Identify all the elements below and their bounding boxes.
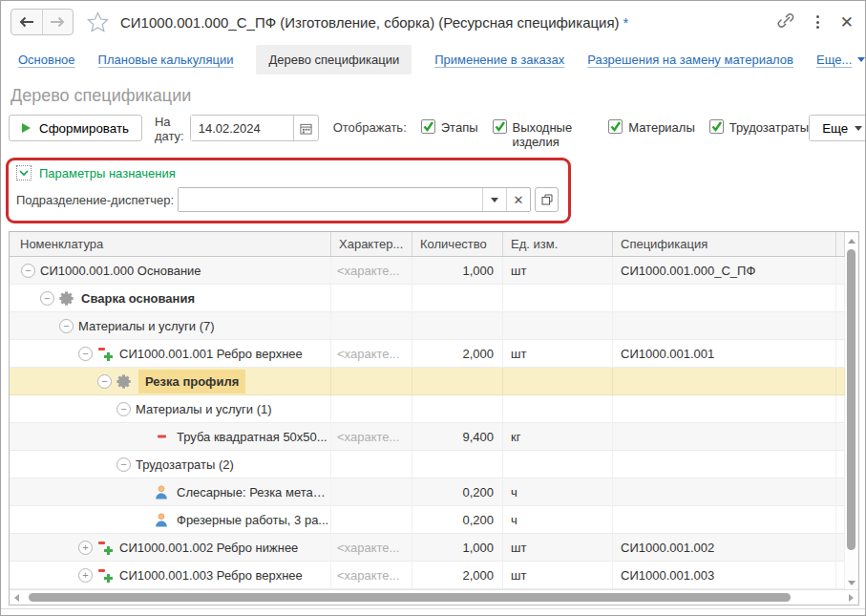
quantity-cell: 0,200	[412, 506, 503, 533]
scroll-up-icon[interactable]	[848, 239, 855, 244]
column-header[interactable]: Количество	[412, 232, 503, 256]
toolbar-more-button[interactable]: Еще	[809, 115, 866, 141]
checkbox-4[interactable]: Трудозатраты	[709, 115, 809, 135]
nomenclature-cell-text: СИ1000.001.000 Основание	[40, 264, 201, 278]
back-button[interactable]	[11, 10, 42, 34]
unit-cell: ч	[503, 478, 613, 505]
toolbar: Сформировать На дату: Отображать: ЭтапыВ…	[9, 115, 857, 149]
play-icon	[22, 123, 31, 133]
tabs-more-button[interactable]: Еще...	[816, 53, 865, 67]
tab-link[interactable]: Основное	[18, 53, 75, 67]
table-row[interactable]: −Материалы и услуги (7)	[10, 312, 858, 340]
dispatcher-clear-button[interactable]: ✕	[506, 188, 530, 211]
expand-icon[interactable]: +	[78, 568, 93, 583]
unit-cell	[503, 395, 613, 422]
checkbox-2[interactable]: Выходные изделия	[493, 115, 573, 149]
checkbox-label: Трудозатраты	[729, 119, 809, 135]
open-in-list-icon	[541, 194, 553, 205]
tab-link[interactable]: Применение в заказах	[434, 53, 564, 67]
table-row[interactable]: +СИ1000.001.003 Ребро верхнее<характе...…	[10, 562, 858, 589]
column-header[interactable]: Характер...	[331, 232, 412, 256]
close-icon[interactable]: ✕	[840, 14, 854, 31]
table-row[interactable]: −Трудозатраты (2)	[10, 451, 858, 478]
available-specifications-toggle[interactable]: Доступные спецификации	[1, 608, 865, 616]
tab-link[interactable]: Разрешения на замену материалов	[587, 53, 793, 67]
tab-active[interactable]: Дерево спецификации	[256, 45, 412, 74]
column-header[interactable]: Спецификация	[613, 232, 836, 256]
quantity-cell: 0,200	[412, 478, 503, 505]
extra-cell	[836, 368, 845, 394]
app-window: СИ1000.001.000_С_ПФ (Изготовление, сборк…	[0, 0, 866, 616]
calendar-button[interactable]	[293, 116, 318, 140]
collapse-icon[interactable]: −	[78, 347, 93, 361]
assignment-parameters-label: Параметры назначения	[39, 166, 176, 181]
assembly-icon	[97, 346, 115, 361]
extra-cell	[836, 285, 845, 311]
quantity-cell	[412, 312, 503, 339]
quantity-cell: 2,000	[412, 340, 503, 367]
table-row[interactable]: −Резка профиля	[10, 368, 858, 395]
nomenclature-cell-text: Слесарные: Резка метал...	[177, 485, 330, 499]
get-link-icon[interactable]	[776, 12, 795, 32]
checkbox-label: Этапы	[441, 119, 478, 135]
extra-cell	[836, 478, 845, 505]
generate-button[interactable]: Сформировать	[9, 115, 142, 141]
checkbox-box	[421, 119, 435, 134]
checkbox-1[interactable]: Этапы	[421, 115, 478, 135]
collapse-icon[interactable]: −	[21, 264, 35, 278]
collapse-icon[interactable]: −	[116, 402, 131, 416]
nomenclature-cell-text: Труба квадратная 50х50...	[177, 430, 327, 444]
vertical-scrollbar[interactable]	[845, 233, 858, 589]
quantity-cell	[412, 451, 503, 478]
table-row[interactable]: Слесарные: Резка метал...0,200ч	[10, 478, 858, 506]
collapse-icon[interactable]: −	[116, 457, 131, 472]
quantity-cell	[412, 285, 503, 311]
unit-cell: шт	[503, 534, 613, 561]
scroll-down-icon[interactable]	[848, 581, 855, 585]
table-row[interactable]: −СИ1000.001.001 Ребро верхнее<характе...…	[10, 340, 858, 368]
column-header[interactable]: Номенклатура	[10, 232, 331, 256]
checkbox-box	[709, 119, 724, 134]
table-row[interactable]: Фрезерные работы, 3 ра...0,200ч	[10, 506, 858, 534]
assembly-icon	[97, 540, 115, 555]
table-row[interactable]: −Сварка основания	[10, 285, 858, 312]
favorite-star-icon[interactable]	[87, 11, 109, 32]
horizontal-scroll-thumb[interactable]	[29, 593, 791, 602]
specification-cell	[613, 451, 836, 478]
dispatcher-open-button[interactable]	[535, 187, 559, 212]
collapse-icon[interactable]: −	[97, 374, 112, 389]
extra-cell	[836, 534, 845, 561]
date-input[interactable]	[191, 116, 293, 140]
table-row[interactable]: −Материалы и услуги (1)	[10, 395, 858, 423]
date-field	[190, 115, 319, 141]
assembly-icon	[97, 567, 115, 583]
scroll-left-icon[interactable]	[14, 594, 19, 602]
unit-cell	[503, 368, 613, 394]
characteristic-cell	[331, 285, 412, 311]
characteristic-cell: <характе...	[331, 257, 412, 284]
table-row[interactable]: +СИ1000.001.002 Ребро нижнее<характе...1…	[10, 534, 858, 562]
quantity-cell: 2,000	[412, 562, 503, 588]
table-row[interactable]: −СИ1000.001.000 Основание<характе...1,00…	[10, 257, 858, 285]
table-row[interactable]: Труба квадратная 50х50...<характе...9,40…	[10, 423, 858, 451]
dispatcher-dropdown-button[interactable]	[482, 188, 506, 211]
vertical-scroll-thumb[interactable]	[847, 249, 855, 550]
dispatcher-input[interactable]	[179, 188, 482, 211]
tab-link[interactable]: Плановые калькуляции	[98, 53, 234, 67]
specification-cell: СИ1000.001.001	[613, 340, 836, 367]
column-header[interactable]: Ед. изм.	[503, 232, 613, 256]
forward-button[interactable]	[42, 10, 74, 34]
collapse-icon[interactable]: −	[40, 291, 54, 306]
specification-cell: СИ1000.001.000_С_ПФ	[613, 257, 836, 284]
modified-marker: *	[623, 14, 629, 31]
checkbox-box	[608, 119, 623, 134]
more-menu-icon[interactable]	[814, 13, 821, 31]
collapse-icon[interactable]: −	[59, 319, 74, 333]
assignment-parameters-toggle[interactable]: Параметры назначения	[16, 165, 559, 181]
nav-button-group	[11, 9, 74, 35]
expand-icon[interactable]: +	[78, 541, 93, 555]
horizontal-scrollbar[interactable]	[10, 589, 858, 605]
checkbox-3[interactable]: Материалы	[608, 115, 695, 135]
quantity-cell	[412, 368, 503, 394]
scroll-right-icon[interactable]	[849, 594, 854, 602]
